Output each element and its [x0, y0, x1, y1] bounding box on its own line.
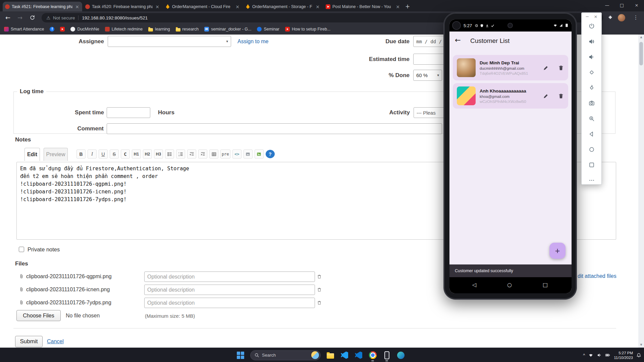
outdent-button[interactable] [187, 149, 196, 159]
vscode-button[interactable] [340, 349, 349, 362]
heading2-button[interactable]: H2 [143, 149, 152, 159]
assign-to-me-link[interactable]: Assign to me [237, 39, 268, 45]
private-notes-checkbox[interactable] [19, 247, 24, 252]
vscode-insiders-button[interactable] [354, 349, 363, 362]
preformatted-button[interactable]: pre [220, 149, 230, 159]
delete-attachment-icon[interactable] [317, 300, 322, 307]
strikethrough-button[interactable]: S [110, 149, 119, 159]
tray-chevron-icon[interactable]: ^ [583, 353, 585, 358]
bookmark-firebase-setup[interactable]: How to setup Fireb... [285, 27, 330, 32]
heading3-button[interactable]: H3 [154, 149, 163, 159]
bold-button[interactable]: B [76, 149, 86, 159]
edit-attached-files-link[interactable]: dit attached files [578, 273, 616, 279]
code-block-button[interactable]: <> [232, 149, 241, 159]
overview-button[interactable] [588, 161, 595, 170]
volume-down-button[interactable] [588, 53, 595, 62]
file-explorer-button[interactable] [326, 349, 335, 362]
power-button[interactable] [588, 22, 595, 31]
zoom-button[interactable] [588, 115, 595, 124]
taskbar-clock[interactable]: 5:27 PM 11/10/2023 [614, 351, 633, 360]
window-close-button[interactable]: × [629, 0, 644, 11]
new-tab-button[interactable]: + [403, 2, 412, 11]
taskbar-search[interactable]: Search [250, 350, 321, 360]
cancel-link[interactable]: Cancel [47, 339, 64, 345]
bookmark-ducminhne[interactable]: DucMinhNe [70, 27, 99, 32]
delete-attachment-icon[interactable] [317, 274, 322, 281]
nav-home-icon[interactable]: ○ [507, 282, 512, 288]
tab-close-icon[interactable]: × [395, 4, 400, 9]
page-scrollbar[interactable]: ▲ ▼ [638, 35, 644, 348]
italic-button[interactable]: I [88, 149, 97, 159]
scroll-up-arrow[interactable]: ▲ [638, 35, 644, 40]
attachment-description-input[interactable] [144, 298, 315, 308]
delete-customer-button[interactable] [558, 93, 564, 99]
tab-close-icon[interactable]: × [155, 4, 160, 9]
bookmark-folder-learning[interactable]: learning [148, 27, 170, 32]
table-button[interactable] [209, 149, 218, 159]
nav-back-icon[interactable]: ◁ [472, 282, 476, 288]
scroll-down-arrow[interactable]: ▼ [638, 342, 644, 348]
bookmark-seminar[interactable]: Seminar [257, 27, 279, 32]
speaker-icon[interactable] [597, 353, 602, 358]
heading1-button[interactable]: H1 [132, 149, 141, 159]
browser-tab-5[interactable]: Post Malone - Better Now - You × [323, 2, 403, 11]
edge-button[interactable] [396, 349, 405, 362]
attachment-description-input[interactable] [144, 285, 315, 295]
bookmark-seminar-docker[interactable]: seminar_docker - G... [204, 27, 251, 32]
submit-button[interactable]: Submit [15, 336, 43, 347]
help-button[interactable]: ? [266, 150, 275, 158]
bullet-list-button[interactable] [165, 149, 174, 159]
numbered-list-button[interactable] [176, 149, 185, 159]
wifi-icon[interactable] [588, 353, 593, 358]
profile-avatar[interactable] [618, 14, 625, 21]
inline-code-button[interactable]: C [121, 149, 130, 159]
chrome-button[interactable] [368, 349, 377, 362]
bookmark-facebook[interactable]: f [50, 27, 54, 32]
underline-button[interactable]: U [99, 149, 108, 159]
screenshot-button[interactable] [588, 100, 595, 108]
bookmark-youtube[interactable] [60, 27, 65, 32]
reload-button[interactable] [30, 15, 35, 22]
bookmark-folder-research[interactable]: research [176, 27, 199, 32]
phone-link-button[interactable] [382, 349, 391, 362]
indent-button[interactable] [198, 149, 207, 159]
notification-bell-icon[interactable] [636, 353, 641, 358]
bookmark-lifetech-redmine[interactable]: Lifetech redmine [105, 27, 143, 32]
window-minimize-button[interactable]: — [600, 0, 614, 11]
done-select[interactable]: 60 % ▾ [413, 70, 442, 81]
customer-card[interactable]: Duc Minh Dep Trai ducminhhhhh@gmail.com … [453, 55, 568, 80]
panel-minimize-button[interactable]: − [586, 14, 589, 19]
delete-customer-button[interactable] [558, 65, 564, 71]
forward-button[interactable]: → [17, 14, 22, 21]
tab-close-icon[interactable]: × [74, 4, 80, 9]
browser-tab-2[interactable]: Task #520: Firebase learning pha × [83, 2, 162, 11]
back-button[interactable]: ← [5, 14, 10, 21]
attachment-description-input[interactable] [144, 272, 315, 282]
edit-customer-button[interactable] [543, 93, 549, 99]
bookmark-smart-attendance[interactable]: Smart Attendance [4, 27, 44, 32]
rotate-right-button[interactable] [588, 84, 595, 93]
customer-card[interactable]: Anh Khoaaaaaaaaaaa khoa@gmail.com wCzOhS… [453, 83, 568, 109]
battery-icon[interactable] [605, 353, 610, 358]
volume-up-button[interactable] [588, 38, 595, 47]
back-button[interactable] [588, 130, 595, 139]
browser-tab-3[interactable]: OrderManagement - Cloud Fire × [163, 2, 243, 11]
browser-tab-4[interactable]: OrderManagement - Storage - F × [243, 2, 323, 11]
browser-tab-1[interactable]: Task #521: Firebase learning pha × [3, 2, 82, 11]
image-link-button[interactable] [244, 149, 253, 159]
image-button[interactable] [255, 149, 264, 159]
home-button[interactable] [588, 146, 595, 155]
comment-input[interactable] [107, 123, 442, 134]
tab-close-icon[interactable]: × [235, 4, 240, 9]
delete-attachment-icon[interactable] [317, 287, 322, 294]
add-customer-fab[interactable]: + [549, 243, 566, 259]
browser-menu-icon[interactable]: ⋮ [633, 14, 638, 20]
scrollbar-thumb[interactable] [639, 42, 643, 65]
tab-edit[interactable]: Edit [24, 148, 40, 161]
rotate-left-button[interactable] [588, 69, 595, 77]
back-arrow-icon[interactable]: ← [455, 36, 461, 44]
assignee-select[interactable]: ▾ [108, 36, 231, 47]
choose-files-button[interactable]: Choose Files [16, 310, 61, 321]
extensions-icon[interactable] [608, 15, 613, 21]
start-button[interactable] [236, 349, 245, 362]
